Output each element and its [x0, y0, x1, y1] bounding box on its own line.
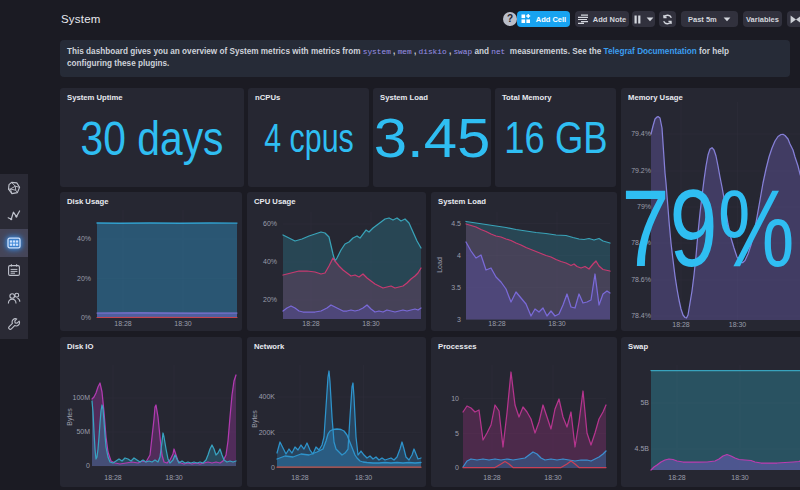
svg-text:50M: 50M [76, 428, 90, 435]
svg-text:0: 0 [455, 464, 459, 471]
svg-text:5: 5 [455, 430, 459, 437]
svg-text:18:30: 18:30 [355, 474, 373, 481]
svg-text:4.5: 4.5 [451, 220, 461, 227]
svg-text:18:30: 18:30 [731, 474, 749, 481]
svg-text:0: 0 [86, 462, 90, 469]
svg-text:18:30: 18:30 [729, 321, 747, 328]
svg-text:40%: 40% [77, 235, 91, 242]
svg-text:5B: 5B [640, 399, 649, 406]
svg-text:40%: 40% [263, 258, 277, 265]
svg-text:Load: Load [436, 257, 443, 273]
svg-text:3.5: 3.5 [451, 284, 461, 291]
svg-text:18:28: 18:28 [114, 320, 132, 327]
svg-text:18:28: 18:28 [302, 320, 320, 327]
svg-text:10: 10 [451, 395, 459, 402]
svg-text:78.4%: 78.4% [631, 312, 651, 319]
svg-text:18:28: 18:28 [483, 474, 501, 481]
svg-text:18:28: 18:28 [104, 474, 122, 481]
svg-text:60%: 60% [263, 220, 277, 227]
svg-text:3: 3 [457, 316, 461, 323]
svg-text:18:28: 18:28 [488, 320, 506, 327]
svg-text:18:30: 18:30 [362, 320, 380, 327]
svg-text:18:28: 18:28 [672, 321, 690, 328]
svg-text:4.5B: 4.5B [635, 445, 650, 452]
svg-text:100M: 100M [72, 394, 90, 401]
svg-text:18:28: 18:28 [668, 474, 686, 481]
svg-text:18:30: 18:30 [165, 474, 183, 481]
svg-text:400K: 400K [259, 393, 276, 400]
svg-text:79.4%: 79.4% [631, 130, 651, 137]
svg-text:18:30: 18:30 [544, 474, 562, 481]
svg-text:18:30: 18:30 [548, 320, 566, 327]
svg-text:Bytes: Bytes [66, 408, 74, 426]
svg-text:20%: 20% [77, 275, 91, 282]
svg-text:18:30: 18:30 [174, 320, 192, 327]
svg-text:200K: 200K [259, 429, 276, 436]
svg-text:20%: 20% [263, 296, 277, 303]
svg-text:18:28: 18:28 [291, 474, 309, 481]
svg-text:0%: 0% [81, 314, 91, 321]
svg-text:4: 4 [457, 252, 461, 259]
svg-text:0: 0 [271, 464, 275, 471]
svg-text:Bytes: Bytes [251, 410, 259, 428]
